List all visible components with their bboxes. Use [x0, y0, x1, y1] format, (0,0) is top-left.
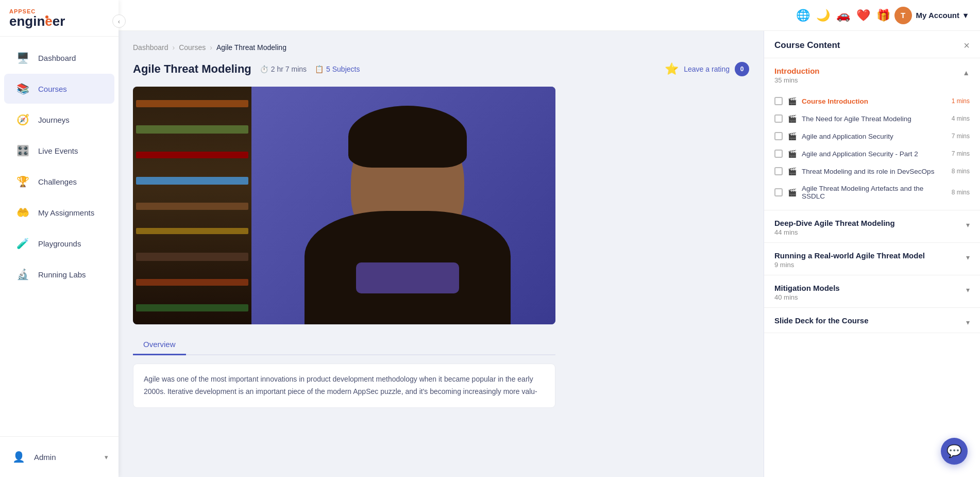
sidebar-toggle-button[interactable]: ‹ [112, 14, 126, 28]
chapter-introduction-header[interactable]: Introduction 35 mins ▲ [764, 58, 980, 90]
bookshelf [133, 87, 251, 324]
lesson-checkbox-need-agile[interactable] [774, 114, 783, 123]
heart-icon[interactable]: ❤️ [856, 9, 870, 22]
sidebar-item-dashboard[interactable]: 🖥️ Dashboard [4, 43, 114, 73]
breadcrumb-sep-1: › [173, 43, 175, 52]
sidebar-item-courses[interactable]: 📚 Courses [4, 74, 114, 104]
sidebar-item-live-events[interactable]: 🎛️ Live Events [4, 136, 114, 166]
main-area: 🌐 🌙 🚗 ❤️ 🎁 T My Account ▾ Dashboard › Co… [119, 0, 980, 477]
lesson-agile-appsec[interactable]: 🎬 Agile and Application Security 7 mins [764, 127, 980, 145]
video-person [260, 87, 555, 324]
lesson-course-intro[interactable]: 🎬 Course Introduction 1 mins [764, 92, 980, 110]
lesson-video-icon: 🎬 [788, 97, 797, 105]
sidebar-label-running-labs: Running Labs [38, 270, 86, 279]
lesson-checkbox-threat-devsecops[interactable] [774, 167, 783, 175]
breadcrumb-current: Agile Threat Modeling [216, 43, 286, 52]
my-assignments-icon: 🤲 [14, 204, 31, 221]
sidebar: APPSEC engineer 🖥️ Dashboard 📚 Courses 🧭… [0, 0, 119, 477]
lesson-need-agile[interactable]: 🎬 The Need for Agile Threat Modeling 4 m… [764, 110, 980, 127]
course-content-sidebar: Course Content × Introduction 35 mins ▲ … [764, 31, 980, 477]
running-labs-icon: 🔬 [14, 266, 31, 283]
lesson-name-course-intro: Course Introduction [802, 97, 947, 105]
lesson-checkbox-threat-ssdlc[interactable] [774, 188, 783, 196]
sidebar-item-journeys[interactable]: 🧭 Journeys [4, 105, 114, 135]
lesson-duration-threat-devsecops: 8 mins [952, 168, 970, 175]
lesson-checkbox-course-intro[interactable] [774, 97, 783, 105]
chapter-real-world-title: Running a Real-world Agile Threat Model [774, 251, 925, 260]
chapter-slide-deck-chevron-icon: ▾ [966, 316, 970, 326]
chapter-deep-dive-title: Deep-Dive Agile Threat Modeling [774, 219, 895, 227]
tabs-bar: Overview [133, 335, 555, 355]
lesson-agile-appsec-2[interactable]: 🎬 Agile and Application Security - Part … [764, 145, 980, 162]
breadcrumb-sep-2: › [210, 43, 212, 52]
sidebar-nav: 🖥️ Dashboard 📚 Courses 🧭 Journeys 🎛️ Liv… [0, 37, 119, 436]
chat-widget-button[interactable]: 💬 [941, 438, 968, 465]
globe-icon[interactable]: 🌐 [796, 9, 810, 22]
course-duration: ⏱️ 2 hr 7 mins [260, 65, 307, 73]
topbar: 🌐 🌙 🚗 ❤️ 🎁 T My Account ▾ [119, 0, 980, 31]
chapter-deep-dive-duration: 44 mins [774, 228, 895, 236]
admin-icon: 👤 [10, 449, 27, 465]
rating-label[interactable]: Leave a rating [684, 65, 730, 73]
chapter-real-world-header[interactable]: Running a Real-world Agile Threat Model … [764, 243, 980, 275]
sidebar-label-journeys: Journeys [38, 116, 70, 124]
sidebar-label-playgrounds: Playgrounds [38, 239, 81, 248]
breadcrumb: Dashboard › Courses › Agile Threat Model… [133, 43, 749, 52]
rating-star-icon[interactable]: ⭐ [665, 62, 679, 76]
tab-overview[interactable]: Overview [133, 335, 186, 355]
breadcrumb-courses[interactable]: Courses [179, 43, 206, 52]
sidebar-item-admin[interactable]: 👤 Admin ▾ [0, 442, 119, 472]
lesson-checkbox-agile-appsec-2[interactable] [774, 150, 783, 158]
close-course-sidebar-button[interactable]: × [964, 40, 970, 51]
subjects-text: 5 Subjects [326, 65, 360, 73]
lesson-name-threat-ssdlc: Agile Threat Modeling Artefacts and the … [802, 185, 947, 200]
admin-chevron-icon: ▾ [105, 453, 108, 461]
overview-text: Agile was one of the most important inno… [133, 364, 555, 408]
rating-area: ⭐ Leave a rating 0 [665, 62, 749, 76]
course-sidebar-header: Course Content × [764, 31, 980, 58]
lesson-duration-agile-appsec: 7 mins [952, 133, 970, 140]
lesson-threat-ssdlc[interactable]: 🎬 Agile Threat Modeling Artefacts and th… [764, 180, 980, 205]
playgrounds-icon: 🧪 [14, 235, 31, 252]
lesson-threat-devsecops[interactable]: 🎬 Threat Modeling and its role in DevSec… [764, 162, 980, 180]
sidebar-label-my-assignments: My Assignments [38, 208, 94, 217]
moon-icon[interactable]: 🌙 [816, 9, 830, 22]
video-container[interactable] [133, 87, 555, 324]
lesson-video-icon-4: 🎬 [788, 150, 797, 158]
lesson-name-threat-devsecops: Threat Modeling and its role in DevSecOp… [802, 168, 947, 175]
chapter-deep-dive-header[interactable]: Deep-Dive Agile Threat Modeling 44 mins … [764, 210, 980, 242]
sidebar-item-running-labs[interactable]: 🔬 Running Labs [4, 259, 114, 289]
lesson-video-icon-2: 🎬 [788, 114, 797, 123]
car-icon[interactable]: 🚗 [836, 9, 850, 22]
chapter-mitigation-duration: 40 mins [774, 293, 840, 301]
lesson-video-icon-3: 🎬 [788, 132, 797, 140]
lesson-video-icon-6: 🎬 [788, 188, 797, 196]
course-sidebar-title: Course Content [774, 40, 840, 51]
chapter-introduction-duration: 35 mins [774, 76, 819, 84]
chapter-introduction: Introduction 35 mins ▲ 🎬 Course Introduc… [764, 58, 980, 210]
sidebar-item-challenges[interactable]: 🏆 Challenges [4, 167, 114, 196]
course-subjects: 📋 5 Subjects [315, 65, 360, 73]
lesson-checkbox-agile-appsec[interactable] [774, 132, 783, 140]
breadcrumb-dashboard[interactable]: Dashboard [133, 43, 168, 52]
my-account-button[interactable]: T My Account ▾ [894, 7, 968, 24]
logo-engineer: engineer [9, 14, 109, 28]
duration-text: 2 hr 7 mins [271, 65, 307, 73]
lesson-duration-need-agile: 4 mins [952, 115, 970, 122]
lesson-video-icon-5: 🎬 [788, 167, 797, 175]
chapter-introduction-chevron-icon: ▲ [962, 67, 970, 77]
courses-icon: 📚 [14, 80, 31, 97]
lesson-name-need-agile: The Need for Agile Threat Modeling [802, 115, 947, 123]
sidebar-label-dashboard: Dashboard [38, 54, 76, 62]
gift-icon[interactable]: 🎁 [876, 9, 890, 22]
chapter-slide-deck-header[interactable]: Slide Deck for the Course ▾ [764, 308, 980, 333]
sidebar-item-playgrounds[interactable]: 🧪 Playgrounds [4, 228, 114, 258]
chapter-mitigation-title: Mitigation Models [774, 284, 840, 292]
sidebar-label-challenges: Challenges [38, 177, 77, 186]
sidebar-item-my-assignments[interactable]: 🤲 My Assignments [4, 198, 114, 227]
journeys-icon: 🧭 [14, 111, 31, 128]
subjects-icon: 📋 [315, 65, 324, 73]
chapter-real-world-chevron-icon: ▾ [966, 251, 970, 261]
chapter-mitigation-header[interactable]: Mitigation Models 40 mins ▾ [764, 275, 980, 307]
logo: APPSEC engineer [0, 0, 119, 37]
